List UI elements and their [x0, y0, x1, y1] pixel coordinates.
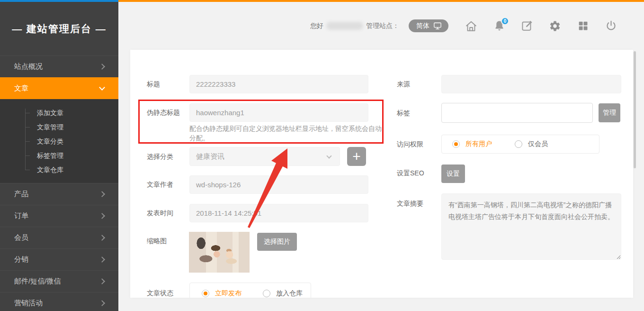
- sidebar-item-label: 会员: [14, 233, 100, 242]
- sidebar-item-products[interactable]: 产品: [0, 183, 118, 205]
- language-label: 简体: [416, 22, 429, 30]
- sidebar-item-label: 站点概况: [14, 62, 100, 71]
- submenu-item-article-management[interactable]: 文章管理: [0, 120, 118, 134]
- header: 您好 管理站点： 简体 0: [118, 2, 644, 50]
- status-radio-publish[interactable]: [202, 290, 209, 297]
- add-category-button[interactable]: +: [347, 147, 366, 166]
- scrollbar-thumb[interactable]: [634, 51, 636, 168]
- sidebar-item-label: 邮件/短信/微信: [14, 277, 100, 286]
- grid-icon[interactable]: [576, 19, 590, 33]
- username-redacted: [326, 22, 363, 30]
- access-option-label[interactable]: 所有用户: [465, 140, 492, 148]
- app-logo: — 建站管理后台 —: [0, 2, 118, 55]
- app-window: — 建站管理后台 — 站点概况 文章 添加文章 文章管理 文章分类 标签管理 文…: [0, 0, 644, 311]
- sidebar: — 建站管理后台 — 站点概况 文章 添加文章 文章管理 文章分类 标签管理 文…: [0, 2, 118, 311]
- title-label: 标题: [147, 75, 160, 93]
- sidebar-item-label: 订单: [14, 211, 100, 220]
- sidebar-item-label: 产品: [14, 190, 100, 199]
- summary-textarea[interactable]: 有“西南第一高钢塔，四川第二高电视塔”之称的德阳广播电视塔主塔广告位将于本月下旬…: [441, 193, 621, 260]
- publish-time-label: 发表时间: [147, 204, 173, 222]
- tags-input[interactable]: [441, 103, 593, 123]
- title-input[interactable]: [189, 75, 368, 93]
- category-select[interactable]: 健康资讯: [189, 147, 340, 166]
- source-label: 来源: [397, 75, 410, 93]
- language-site-button[interactable]: 简体: [409, 19, 448, 32]
- articles-submenu: 添加文章 文章管理 文章分类 标签管理 文章仓库: [0, 99, 118, 183]
- bell-icon[interactable]: 0: [492, 19, 506, 33]
- status-radio-warehouse[interactable]: [263, 290, 270, 297]
- choose-image-button[interactable]: 选择图片: [257, 233, 297, 251]
- sidebar-nav: 站点概况 文章 添加文章 文章管理 文章分类 标签管理 文章仓库 产品 订单: [0, 55, 118, 311]
- chevron-right-icon: [99, 235, 105, 241]
- chevron-right-icon: [99, 64, 105, 70]
- chevron-right-icon: [99, 300, 105, 306]
- thumbnail-image: [189, 232, 250, 273]
- source-input[interactable]: [441, 75, 621, 93]
- chevron-right-icon: [99, 191, 105, 197]
- thumbnail-label: 缩略图: [147, 234, 167, 248]
- sidebar-item-site-overview[interactable]: 站点概况: [0, 55, 118, 77]
- notification-badge: 0: [501, 17, 509, 25]
- submenu-item-add-article[interactable]: 添加文章: [0, 106, 118, 120]
- power-icon[interactable]: [604, 19, 617, 33]
- sidebar-item-label: 营销活动: [14, 299, 100, 308]
- monitor-icon: [433, 22, 442, 30]
- greeting-text: 您好: [310, 22, 323, 30]
- chevron-right-icon: [99, 278, 105, 284]
- author-label: 文章作者: [147, 175, 173, 194]
- compose-icon[interactable]: [520, 19, 534, 33]
- sidebar-item-distribution[interactable]: 分销: [0, 248, 118, 270]
- submenu-item-tag-management[interactable]: 标签管理: [0, 148, 118, 163]
- slug-help-text: 配合伪静态规则可自定义浏览器地址栏显示地址，留空系统会自动分配。: [189, 124, 383, 143]
- sidebar-item-mail-sms-wechat[interactable]: 邮件/短信/微信: [0, 270, 118, 292]
- access-radio-group: 所有用户 仅会员: [441, 135, 599, 154]
- slug-label: 伪静态标题: [147, 103, 180, 122]
- sidebar-item-marketing[interactable]: 营销活动: [0, 292, 118, 311]
- chevron-down-icon: [99, 84, 105, 91]
- submenu-item-article-warehouse[interactable]: 文章仓库: [0, 163, 118, 177]
- publish-time-input[interactable]: [189, 204, 368, 222]
- tags-label: 标签: [397, 103, 410, 123]
- status-option-label[interactable]: 立即发布: [215, 289, 242, 298]
- access-option-label[interactable]: 仅会员: [528, 140, 548, 148]
- sidebar-item-articles[interactable]: 文章: [0, 77, 118, 99]
- summary-label: 文章摘要: [397, 197, 423, 210]
- slug-input[interactable]: [189, 103, 368, 122]
- category-label: 选择分类: [147, 147, 173, 166]
- category-selected-value: 健康资讯: [196, 152, 224, 160]
- seo-settings-button[interactable]: 设置: [441, 165, 465, 183]
- submenu-item-article-categories[interactable]: 文章分类: [0, 134, 118, 148]
- article-edit-panel: 标题 伪静态标题 配合伪静态规则可自定义浏览器地址栏显示地址，留空系统会自动分配…: [130, 50, 633, 298]
- chevron-down-icon: [326, 153, 331, 158]
- status-radio-group: 立即发布 放入仓库: [189, 283, 311, 298]
- access-label: 访问权限: [397, 135, 423, 154]
- sidebar-item-label: 文章: [14, 84, 100, 93]
- seo-label: 设置SEO: [397, 164, 424, 183]
- chevron-right-icon: [99, 213, 105, 219]
- status-option-label[interactable]: 放入仓库: [276, 289, 303, 298]
- home-icon[interactable]: [465, 19, 478, 33]
- status-label: 文章状态: [147, 286, 173, 298]
- author-input[interactable]: [189, 175, 368, 194]
- gear-icon[interactable]: [548, 19, 562, 33]
- chevron-right-icon: [99, 256, 105, 263]
- access-radio-all-users[interactable]: [452, 140, 460, 148]
- manage-tags-button[interactable]: 管理: [599, 103, 620, 122]
- manage-site-label: 管理站点：: [366, 22, 399, 30]
- access-radio-members-only[interactable]: [515, 140, 522, 148]
- sidebar-item-members[interactable]: 会员: [0, 227, 118, 248]
- sidebar-item-label: 分销: [14, 255, 100, 264]
- sidebar-item-orders[interactable]: 订单: [0, 205, 118, 227]
